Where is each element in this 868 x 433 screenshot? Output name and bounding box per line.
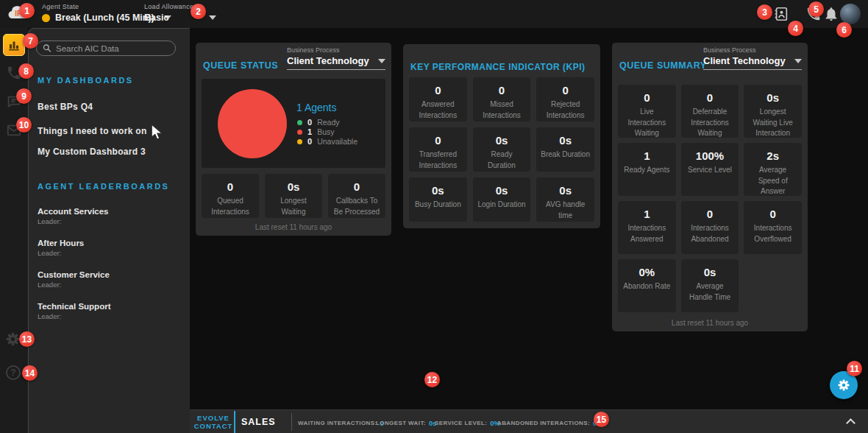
agent-state-status-dot bbox=[42, 14, 50, 22]
annotation-badge-11: 11 bbox=[847, 361, 862, 376]
dashboards-rail-item[interactable] bbox=[3, 34, 25, 56]
ready-label: Ready bbox=[317, 118, 339, 127]
summary-value: 0 bbox=[685, 91, 736, 104]
kpi-value: 0 bbox=[477, 84, 527, 96]
annotation-badge-4: 4 bbox=[788, 21, 803, 36]
queue-summary-title: QUEUE SUMMARY bbox=[619, 60, 707, 71]
summary-cell: 0% Abandon Rate bbox=[618, 259, 676, 312]
chevron-down-icon bbox=[209, 15, 216, 20]
annotation-badge-7: 7 bbox=[23, 33, 38, 49]
user-avatar[interactable] bbox=[840, 4, 861, 24]
stat-label: WAITING INTERACTIONS: bbox=[298, 420, 377, 426]
leaderboard-name: After Hours bbox=[38, 239, 84, 247]
longest-wait-stat: LONGEST WAIT: 0s bbox=[376, 419, 436, 427]
chevron-down-icon bbox=[794, 59, 802, 63]
gear-icon bbox=[837, 379, 850, 392]
sidebar-item-things-to-work-on[interactable]: Things I need to work on bbox=[38, 126, 147, 136]
kpi-label: Break Duration bbox=[540, 149, 591, 161]
agent-desktop-app: IP Agent State Break (Lunch (45 Min)) Lo… bbox=[0, 0, 868, 433]
kpi-label: Transferred Interactions bbox=[413, 149, 463, 171]
business-process-label: Business Process bbox=[703, 46, 802, 54]
kpi-value: 0 bbox=[540, 84, 591, 96]
search-input[interactable] bbox=[56, 44, 169, 53]
kpi-cell: 0s AVG handle time bbox=[536, 177, 594, 222]
summary-label: Average Speed of Answer bbox=[747, 165, 798, 197]
ready-dot bbox=[297, 120, 302, 125]
business-process-value: Client Technology bbox=[287, 55, 369, 66]
summary-label: Interactions Answered bbox=[622, 223, 672, 244]
summary-label: Ready Agents bbox=[622, 165, 672, 176]
queue-status-title: QUEUE STATUS bbox=[203, 60, 278, 71]
kpi-value: 0s bbox=[540, 184, 591, 197]
agent-state-value: Break (Lunch (45 Min)) bbox=[55, 13, 154, 23]
stat-label: Longest Waiting bbox=[268, 196, 319, 217]
annotation-badge-13: 13 bbox=[19, 331, 35, 347]
business-process-dropdown[interactable]: Business Process Client Technology bbox=[703, 46, 802, 70]
kpi-label: Login Duration bbox=[477, 200, 527, 211]
kpi-cell: 0s Busy Duration bbox=[409, 177, 467, 222]
queue-summary-panel: QUEUE SUMMARY Business Process Client Te… bbox=[612, 43, 808, 331]
stat-cell: 0 Callbacks To Be Processed bbox=[328, 174, 385, 218]
address-book-icon[interactable] bbox=[773, 6, 789, 22]
load-allowance-value: Basic bbox=[144, 13, 168, 23]
stat-label: Queued Interactions bbox=[205, 196, 255, 217]
busy-label: Busy bbox=[317, 127, 334, 136]
abandoned-interactions-stat: ABANDONED INTERACTIONS: 0 bbox=[497, 419, 597, 427]
summary-label: Average Handle Time bbox=[685, 281, 736, 303]
agent-leaderboards-title: AGENT LEADERBOARDS bbox=[38, 182, 169, 191]
annotation-badge-14: 14 bbox=[22, 365, 38, 381]
logo-line2: CONTACT bbox=[192, 422, 235, 430]
agents-total: 1 Agents bbox=[296, 102, 337, 113]
bell-icon[interactable] bbox=[823, 6, 839, 22]
leaderboard-technical-support[interactable]: Technical Support Leader: bbox=[38, 302, 110, 320]
leaderboard-name: Account Services bbox=[38, 207, 109, 216]
help-icon[interactable]: ? bbox=[6, 365, 21, 380]
sidebar-item-best-bps-q4[interactable]: Best BPs Q4 bbox=[38, 102, 93, 112]
summary-cell: 0s Longest Waiting Live Interaction bbox=[744, 85, 802, 138]
annotation-badge-12: 12 bbox=[424, 372, 440, 387]
business-process-value: Client Technology bbox=[703, 55, 786, 66]
legend-unavailable: 0 Unavailable bbox=[297, 137, 357, 146]
leaderboard-after-hours[interactable]: After Hours Leader: bbox=[38, 239, 84, 257]
kpi-label: Answered Interactions bbox=[413, 99, 463, 121]
leaderboard-account-services[interactable]: Account Services Leader: bbox=[38, 207, 109, 225]
leaderboard-leader-label: Leader: bbox=[38, 312, 110, 320]
business-process-dropdown[interactable]: Business Process Client Technology bbox=[287, 46, 385, 70]
kpi-cell: 0 Missed Interactions bbox=[473, 77, 531, 122]
help-glyph: ? bbox=[10, 367, 15, 378]
annotation-badge-2: 2 bbox=[191, 4, 206, 19]
summary-value: 1 bbox=[622, 208, 672, 220]
chevron-down-icon bbox=[378, 59, 385, 63]
bottom-status-bar: EVOLVE CONTACT SALES WAITING INTERACTION… bbox=[190, 409, 868, 433]
kpi-value: 0 bbox=[413, 84, 463, 96]
summary-cell: 0 Live Interactions Waiting bbox=[618, 85, 676, 138]
chevron-up-icon[interactable] bbox=[846, 418, 855, 428]
annotation-badge-10: 10 bbox=[16, 117, 32, 133]
leaderboard-leader-label: Leader: bbox=[38, 249, 84, 257]
summary-value: 0s bbox=[747, 91, 798, 104]
search-box[interactable] bbox=[36, 41, 176, 56]
summary-label: Interactions Abandoned bbox=[685, 223, 736, 244]
settings-gear-icon[interactable] bbox=[5, 331, 21, 347]
leaderboard-leader-label: Leader: bbox=[38, 217, 109, 225]
kpi-cell: 0s Ready Duration bbox=[473, 127, 531, 172]
summary-value: 100% bbox=[685, 149, 736, 162]
annotation-badge-1: 1 bbox=[19, 3, 35, 18]
queue-summary-cells: 0 Live Interactions Waiting 0 Deferrable… bbox=[618, 85, 802, 312]
stat-cell: 0s Longest Waiting bbox=[265, 174, 322, 218]
waiting-interactions-stat: WAITING INTERACTIONS: 0 bbox=[298, 419, 384, 427]
agent-status-chart: 1 Agents 0 Ready 1 Busy 0 Unavailable bbox=[202, 79, 385, 168]
kpi-value: 0s bbox=[477, 184, 527, 197]
divider bbox=[291, 413, 292, 431]
summary-value: 0 bbox=[747, 208, 798, 220]
divider bbox=[234, 411, 235, 433]
evolve-contact-logo: EVOLVE CONTACT bbox=[192, 414, 235, 430]
legend-busy: 1 Busy bbox=[297, 127, 334, 136]
kpi-label: Ready Duration bbox=[477, 149, 527, 171]
last-reset-note: Last reset 11 hours ago bbox=[196, 223, 391, 231]
leaderboard-customer-service[interactable]: Customer Service Leader: bbox=[38, 270, 110, 289]
busy-count: 1 bbox=[307, 127, 312, 136]
sidebar-item-custom-dashboard-3[interactable]: My Custom Dashboard 3 bbox=[38, 147, 146, 157]
kpi-label: Busy Duration bbox=[413, 200, 463, 211]
summary-cell: 100% Service Level bbox=[681, 143, 739, 196]
